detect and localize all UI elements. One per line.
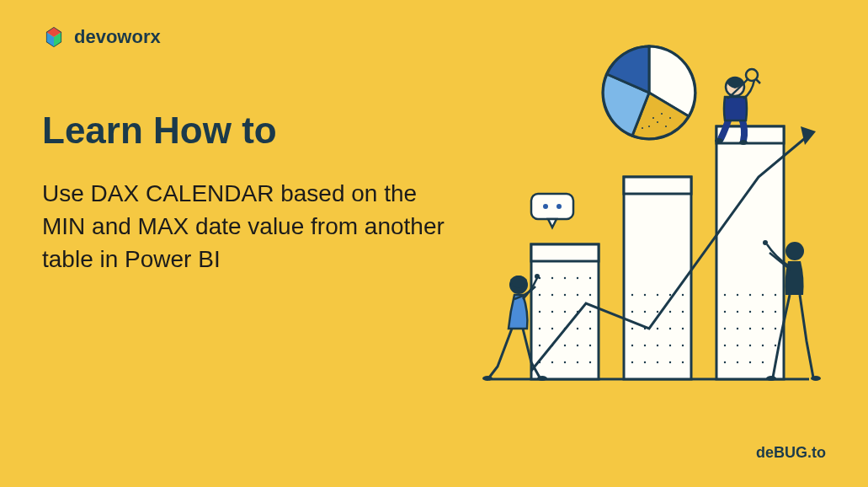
- svg-point-17: [589, 311, 591, 313]
- svg-point-11: [577, 294, 578, 296]
- svg-point-50: [631, 345, 633, 346]
- illustration: [455, 42, 826, 413]
- logo-text: devoworx: [74, 26, 161, 48]
- svg-point-63: [737, 294, 738, 296]
- svg-point-10: [564, 294, 566, 296]
- svg-point-39: [682, 294, 684, 296]
- svg-point-27: [589, 345, 591, 346]
- svg-point-59: [682, 361, 684, 363]
- svg-point-15: [564, 311, 566, 313]
- svg-point-109: [766, 376, 776, 381]
- svg-point-40: [631, 311, 633, 313]
- svg-point-42: [657, 311, 658, 313]
- svg-point-107: [785, 242, 804, 260]
- svg-point-62: [724, 294, 726, 296]
- svg-point-70: [762, 311, 764, 313]
- svg-point-9: [551, 294, 553, 296]
- svg-point-99: [535, 274, 540, 279]
- svg-point-97: [556, 204, 562, 209]
- svg-point-8: [539, 294, 541, 296]
- svg-point-103: [739, 140, 748, 145]
- svg-point-6: [577, 277, 578, 279]
- svg-point-55: [631, 361, 633, 363]
- svg-point-23: [539, 345, 541, 346]
- page-subheading: Use DAX CALENDAR based on the MIN and MA…: [42, 177, 463, 276]
- svg-point-35: [631, 294, 633, 296]
- svg-point-96: [543, 204, 548, 209]
- svg-point-26: [577, 345, 578, 346]
- svg-rect-34: [624, 177, 691, 194]
- svg-point-81: [775, 345, 776, 346]
- svg-point-75: [762, 328, 764, 329]
- svg-point-14: [551, 311, 553, 313]
- svg-point-69: [749, 311, 751, 313]
- svg-point-7: [589, 277, 591, 279]
- svg-point-31: [577, 361, 578, 363]
- svg-point-89: [669, 117, 671, 119]
- svg-point-43: [669, 311, 671, 313]
- svg-rect-33: [624, 177, 691, 379]
- svg-point-83: [737, 361, 738, 363]
- svg-point-19: [551, 328, 553, 329]
- svg-point-105: [746, 69, 758, 81]
- logo-icon: [42, 25, 66, 49]
- svg-rect-95: [531, 194, 573, 219]
- svg-point-80: [762, 345, 764, 346]
- svg-rect-2: [531, 244, 599, 261]
- svg-point-100: [482, 376, 493, 381]
- svg-point-73: [737, 328, 738, 329]
- svg-point-88: [661, 113, 663, 115]
- svg-point-74: [749, 328, 751, 329]
- svg-point-30: [564, 361, 566, 363]
- page-heading: Learn How to: [42, 110, 463, 152]
- svg-point-49: [682, 328, 684, 329]
- svg-point-45: [631, 328, 633, 329]
- svg-point-56: [644, 361, 646, 363]
- svg-point-64: [749, 294, 751, 296]
- svg-point-51: [644, 345, 646, 346]
- svg-point-82: [724, 361, 726, 363]
- svg-point-77: [724, 345, 726, 346]
- svg-point-5: [564, 277, 566, 279]
- svg-point-41: [644, 311, 646, 313]
- svg-point-108: [763, 240, 768, 245]
- svg-point-18: [539, 328, 541, 329]
- svg-point-93: [648, 126, 650, 127]
- svg-point-13: [539, 311, 541, 313]
- svg-point-67: [724, 311, 726, 313]
- svg-point-66: [775, 294, 776, 296]
- svg-point-52: [657, 345, 658, 346]
- svg-point-12: [589, 294, 591, 296]
- main-content: Learn How to Use DAX CALENDAR based on t…: [42, 110, 463, 276]
- svg-point-76: [775, 328, 776, 329]
- svg-point-65: [762, 294, 764, 296]
- svg-point-110: [811, 376, 821, 381]
- svg-point-72: [724, 328, 726, 329]
- footer-brand: deBUG.to: [756, 444, 826, 462]
- brand-logo: devoworx: [42, 25, 161, 49]
- svg-point-22: [589, 328, 591, 329]
- svg-point-21: [577, 328, 578, 329]
- svg-point-32: [589, 361, 591, 363]
- svg-point-101: [537, 376, 547, 381]
- svg-point-102: [715, 138, 723, 143]
- svg-point-29: [551, 361, 553, 363]
- svg-point-47: [657, 328, 658, 329]
- svg-point-54: [682, 345, 684, 346]
- svg-point-53: [669, 345, 671, 346]
- svg-point-92: [652, 117, 654, 119]
- svg-point-25: [564, 345, 566, 346]
- svg-point-71: [775, 311, 776, 313]
- svg-point-48: [669, 328, 671, 329]
- svg-point-78: [737, 345, 738, 346]
- svg-point-57: [657, 361, 658, 363]
- svg-point-36: [644, 294, 646, 296]
- svg-point-58: [669, 361, 671, 363]
- svg-line-106: [756, 79, 760, 83]
- svg-point-91: [665, 126, 667, 127]
- svg-point-38: [669, 294, 671, 296]
- svg-point-90: [657, 121, 658, 123]
- svg-point-79: [749, 345, 751, 346]
- svg-point-68: [737, 311, 738, 313]
- svg-point-94: [642, 127, 643, 129]
